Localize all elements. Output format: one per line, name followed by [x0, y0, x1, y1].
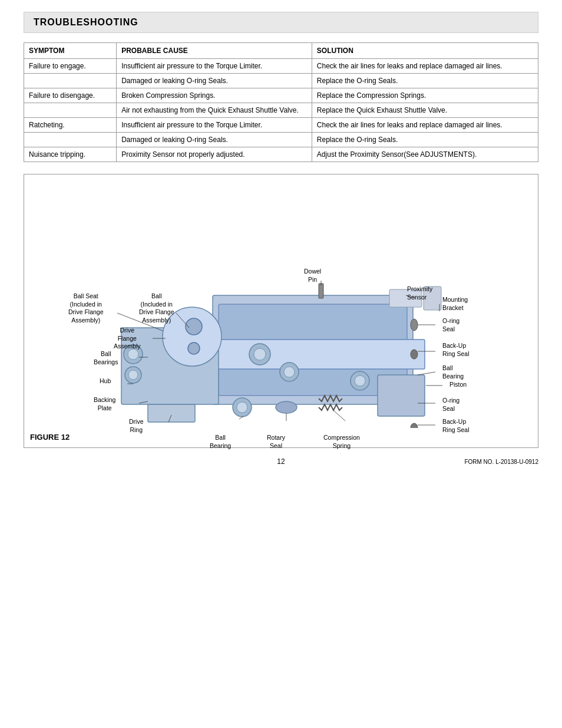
label-oring-seal-1: O-ringSeal — [442, 317, 459, 333]
form-number: FORM NO. L-20138-U-0912 — [367, 459, 538, 465]
svg-point-9 — [411, 319, 418, 331]
table-cell-solution: Replace the O-ring Seals. — [312, 133, 538, 147]
label-hub: Hub — [100, 377, 111, 386]
page-number: 12 — [195, 457, 366, 466]
svg-point-17 — [284, 367, 295, 377]
svg-rect-24 — [148, 404, 195, 422]
table-cell-cause: Damaged or leaking O-ring Seals. — [117, 74, 312, 88]
table-cell-solution: Check the air lines for leaks and replac… — [312, 118, 538, 133]
table-cell-solution: Replace the Quick Exhaust Shuttle Valve. — [312, 103, 538, 118]
table-cell-cause: Air not exhausting from the Quick Exhaus… — [117, 103, 312, 118]
col-cause: PROBABLE CAUSE — [117, 43, 312, 59]
table-cell-symptom: Nuisance tripping. — [24, 147, 117, 162]
table-cell-cause: Insufficient air pressure to the Torque … — [117, 118, 312, 133]
table-cell-cause: Broken Compression Springs. — [117, 88, 312, 103]
label-ball-seat: Ball Seat(Included inDrive FlangeAssembl… — [68, 292, 104, 325]
svg-rect-25 — [319, 284, 323, 298]
label-drive-ring: DriveRing — [129, 418, 144, 434]
table-cell-cause: Proximity Sensor not properly adjusted. — [117, 147, 312, 162]
label-ball-bearings: BallBearings — [94, 350, 118, 366]
table-cell-symptom — [24, 103, 117, 118]
label-oring-seal-2: O-ringSeal — [442, 397, 459, 413]
table-cell-symptom — [24, 133, 117, 147]
svg-point-6 — [188, 342, 200, 354]
label-backup-ring-seal-2: Back-UpRing Seal — [442, 418, 470, 434]
table-cell-solution: Replace the Compression Springs. — [312, 88, 538, 103]
label-ball-bearing-1: BallBearing — [442, 364, 464, 380]
svg-point-19 — [355, 375, 365, 386]
svg-rect-13 — [378, 375, 425, 416]
label-backup-ring-seal-1: Back-UpRing Seal — [442, 342, 470, 358]
table-cell-solution: Replace the O-ring Seals. — [312, 74, 538, 88]
label-compression-spring: CompressionSpring — [323, 434, 360, 450]
table-cell-solution: Adjust the Proximity Sensor(See ADJUSTME… — [312, 147, 538, 162]
svg-point-23 — [128, 370, 138, 380]
svg-point-10 — [411, 350, 418, 359]
col-symptom: SYMPTOM — [24, 43, 117, 59]
label-backing-plate: BackingPlate — [94, 396, 115, 412]
col-solution: SOLUTION — [312, 43, 538, 59]
label-proximity-sensor: ProximitySensor — [407, 285, 432, 301]
svg-point-12 — [411, 423, 418, 428]
page-title: TROUBLESHOOTING — [34, 17, 528, 28]
table-cell-cause: Insufficient air pressure to the Torque … — [117, 59, 312, 74]
table-cell-symptom: Ratcheting. — [24, 118, 117, 133]
table-cell-symptom: Failure to engage. — [24, 59, 117, 74]
figure-box: Ball Seat(Included inDrive FlangeAssembl… — [24, 174, 538, 448]
table-cell-symptom — [24, 74, 117, 88]
table-cell-cause: Damaged or leaking O-ring Seals. — [117, 133, 312, 147]
label-dowel-pin: DowelPin — [304, 268, 321, 284]
label-rotary-seal: RotarySeal — [267, 434, 285, 450]
svg-point-26 — [276, 401, 297, 413]
label-piston: Piston — [449, 381, 467, 389]
label-ball-bearing-2: BallBearing — [210, 434, 231, 450]
table-cell-solution: Check the air lines for leaks and replac… — [312, 59, 538, 74]
svg-line-38 — [418, 372, 435, 375]
svg-line-47 — [333, 410, 345, 421]
diagram-container: Ball Seat(Included inDrive FlangeAssembl… — [30, 180, 532, 428]
troubleshooting-table: SYMPTOM PROBABLE CAUSE SOLUTION Failure … — [24, 42, 538, 162]
table-cell-symptom: Failure to disengage. — [24, 88, 117, 103]
svg-point-28 — [237, 402, 247, 413]
label-ball: Ball(Included inDrive FlangeAssembly) — [139, 292, 174, 325]
label-drive-flange-assembly: DriveFlangeAssembly — [114, 327, 141, 351]
page-header: TROUBLESHOOTING — [24, 12, 538, 33]
label-mounting-bracket: MountingBracket — [442, 296, 468, 312]
svg-point-15 — [254, 348, 266, 360]
